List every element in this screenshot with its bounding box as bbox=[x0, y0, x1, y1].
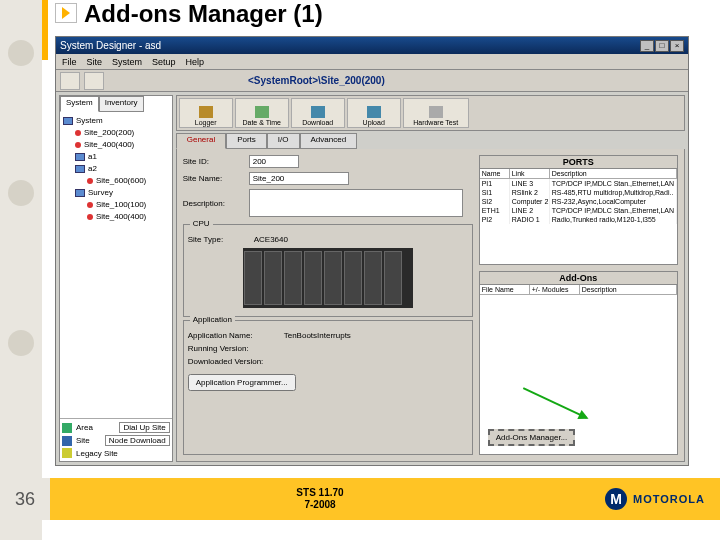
col-head: Link bbox=[510, 169, 550, 178]
system-tree[interactable]: System Site_200(200) Site_400(400) a1 a2… bbox=[60, 112, 172, 418]
titlebar: System Designer - asd _ □ × bbox=[56, 37, 688, 54]
site-type-value: ACE3640 bbox=[254, 235, 288, 244]
menu-file[interactable]: File bbox=[62, 57, 77, 67]
left-pane: System Inventory System Site_200(200) Si… bbox=[59, 95, 173, 462]
toolbar-open-icon[interactable] bbox=[60, 72, 80, 90]
hwtest-button[interactable]: Hardware Test bbox=[403, 98, 469, 128]
table-row[interactable]: PI2RADIO 1Radio,Trunked radio,M120-1,i35… bbox=[480, 215, 677, 224]
app-window: System Designer - asd _ □ × File Site Sy… bbox=[55, 36, 689, 466]
download-icon bbox=[311, 106, 325, 118]
area-icon bbox=[62, 423, 72, 433]
app-title: Application bbox=[190, 315, 235, 324]
site-icon bbox=[75, 142, 81, 148]
col-head: Name bbox=[480, 169, 510, 178]
tree-item[interactable]: Site_400(400) bbox=[96, 211, 146, 223]
dialup-button[interactable]: Dial Up Site bbox=[119, 422, 169, 433]
legend-label: Legacy Site bbox=[76, 449, 118, 458]
legacy-icon bbox=[62, 448, 72, 458]
legend-label: Site bbox=[76, 436, 90, 445]
menu-help[interactable]: Help bbox=[186, 57, 205, 67]
table-row[interactable]: SI2Computer 2RS-232,Async,LocalComputer bbox=[480, 197, 677, 206]
node-download-button[interactable]: Node Download bbox=[105, 435, 170, 446]
site-icon bbox=[87, 214, 93, 220]
left-legend: Area Dial Up Site Site Node Download Leg… bbox=[60, 418, 172, 461]
tree-root[interactable]: System bbox=[76, 115, 103, 127]
tab-io[interactable]: I/O bbox=[267, 133, 300, 149]
table-row[interactable]: ETH1LINE 2TCP/DCP IP,MDLC Stan.,Ethernet… bbox=[480, 206, 677, 215]
folder-icon bbox=[75, 165, 85, 173]
tab-ports[interactable]: Ports bbox=[226, 133, 267, 149]
deco-circle bbox=[8, 40, 34, 66]
page-number: 36 bbox=[0, 478, 50, 520]
app-programmer-button[interactable]: Application Programmer... bbox=[188, 374, 296, 391]
cpu-groupbox: CPU Site Type: ACE3640 bbox=[183, 224, 473, 317]
downloaded-label: Downloaded Version: bbox=[188, 357, 298, 366]
app-groupbox: Application Application Name: TenBootsIn… bbox=[183, 320, 473, 455]
col-head: Description bbox=[550, 169, 677, 178]
menu-site[interactable]: Site bbox=[87, 57, 103, 67]
datetime-button[interactable]: Date & Time bbox=[235, 98, 289, 128]
menu-setup[interactable]: Setup bbox=[152, 57, 176, 67]
tree-item[interactable]: Survey bbox=[88, 187, 113, 199]
tab-general[interactable]: General bbox=[176, 133, 226, 149]
menubar: File Site System Setup Help bbox=[56, 54, 688, 70]
center-pane: Logger Date & Time Download Upload Hardw… bbox=[176, 95, 685, 462]
tab-inventory[interactable]: Inventory bbox=[99, 96, 144, 112]
col-head: +/- Modules bbox=[530, 285, 580, 294]
legend-label: Area bbox=[76, 423, 93, 432]
site-icon bbox=[87, 202, 93, 208]
cpu-image bbox=[243, 248, 413, 308]
maximize-button[interactable]: □ bbox=[655, 40, 669, 52]
tree-item[interactable]: Site_400(400) bbox=[84, 139, 134, 151]
menu-system[interactable]: System bbox=[112, 57, 142, 67]
tree-item[interactable]: Site_200(200) bbox=[84, 127, 134, 139]
tree-item[interactable]: Site_100(100) bbox=[96, 199, 146, 211]
site-type-label: Site Type: bbox=[188, 235, 248, 244]
folder-icon bbox=[75, 153, 85, 161]
folder-icon bbox=[75, 189, 85, 197]
site-icon bbox=[87, 178, 93, 184]
folder-icon bbox=[63, 117, 73, 125]
accent-bar bbox=[42, 0, 48, 60]
addons-title: Add-Ons bbox=[480, 272, 677, 285]
play-icon bbox=[55, 3, 77, 23]
minimize-button[interactable]: _ bbox=[640, 40, 654, 52]
cpu-title: CPU bbox=[190, 219, 213, 228]
toolbar-save-icon[interactable] bbox=[84, 72, 104, 90]
clock-icon bbox=[255, 106, 269, 118]
site-id-input[interactable] bbox=[249, 155, 299, 168]
tree-item[interactable]: Site_600(600) bbox=[96, 175, 146, 187]
upload-icon bbox=[367, 106, 381, 118]
footer-text: STS 11.707-2008 bbox=[50, 487, 590, 511]
app-name-value: TenBootsInterrupts bbox=[284, 331, 351, 340]
tree-item[interactable]: a2 bbox=[88, 163, 97, 175]
logger-icon bbox=[199, 106, 213, 118]
brand-logo: M MOTOROLA bbox=[590, 488, 720, 510]
addons-manager-button[interactable]: Add-Ons Manager... bbox=[488, 429, 576, 446]
brand-text: MOTOROLA bbox=[633, 493, 705, 505]
tab-system[interactable]: System bbox=[60, 96, 99, 112]
app-name-label: Application Name: bbox=[188, 331, 278, 340]
desc-label: Description: bbox=[183, 199, 243, 208]
addons-panel: Add-Ons File Name +/- Modules Descriptio… bbox=[479, 271, 678, 455]
site-icon bbox=[62, 436, 72, 446]
logger-button[interactable]: Logger bbox=[179, 98, 233, 128]
slide-title: Add-ons Manager (1) bbox=[84, 0, 323, 28]
close-button[interactable]: × bbox=[670, 40, 684, 52]
tab-advanced[interactable]: Advanced bbox=[300, 133, 358, 149]
site-name-label: Site Name: bbox=[183, 174, 243, 183]
site-name-input[interactable] bbox=[249, 172, 349, 185]
download-button[interactable]: Download bbox=[291, 98, 345, 128]
table-row[interactable]: SI1RSlink 2RS-485,RTU multidrop,Multidro… bbox=[480, 188, 677, 197]
window-title: System Designer - asd bbox=[60, 40, 161, 51]
upload-button[interactable]: Upload bbox=[347, 98, 401, 128]
arrow-annotation bbox=[523, 387, 587, 418]
tree-item[interactable]: a1 bbox=[88, 151, 97, 163]
table-row[interactable]: PI1LINE 3TCP/DCP IP,MDLC Stan.,Ethernet,… bbox=[480, 179, 677, 188]
ports-panel: PORTS Name Link Description PI1LINE 3TCP… bbox=[479, 155, 678, 265]
deco-circle bbox=[8, 330, 34, 356]
ports-title: PORTS bbox=[480, 156, 677, 169]
desc-textarea[interactable] bbox=[249, 189, 463, 217]
main-toolbar: <SystemRoot>\Site_200(200) bbox=[56, 70, 688, 92]
col-head: Description bbox=[580, 285, 677, 294]
